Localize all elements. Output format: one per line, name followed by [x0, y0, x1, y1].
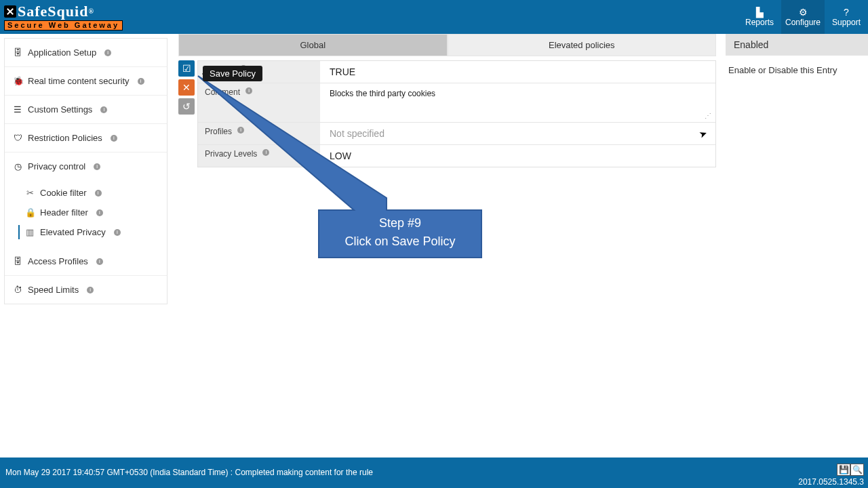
field-label-comment: Comment	[205, 87, 240, 97]
sidebar-item-access-profiles[interactable]: 🗄 Access Profiles i	[5, 247, 167, 276]
right-help-pane: Enabled Enable or Disable this Entry	[726, 34, 868, 167]
sidebar-item-label: Application Setup	[28, 47, 96, 58]
nav-configure[interactable]: ⚙ Configure	[781, 0, 825, 34]
top-nav: ▙ Reports ⚙ Configure ? Support	[738, 0, 868, 34]
footer-search-button[interactable]: 🔍	[850, 464, 864, 476]
tab-elevated-policies[interactable]: Elevated policies	[448, 34, 717, 56]
nav-reports-label: Reports	[745, 18, 774, 27]
help-icon: ?	[844, 7, 849, 18]
sidebar-item-application-setup[interactable]: 🗄 Application Setup i	[5, 39, 167, 67]
brand-tagline: Secure Web Gateway	[4, 20, 123, 30]
lock-icon: 🔒	[25, 207, 35, 218]
sidebar-item-realtime-security[interactable]: 🐞 Real time content security i	[5, 67, 167, 96]
resize-handle-icon[interactable]: ⋰	[705, 112, 710, 119]
info-icon: i	[96, 209, 103, 216]
sidebar-item-label: Real time content security	[28, 76, 130, 86]
sidebar-subitem-cookie-filter[interactable]: ✂ Cookie filter i	[5, 183, 167, 203]
help-pane-desc: Enable or Disable this Entry	[726, 56, 868, 85]
save-policy-button[interactable]: ☑	[178, 60, 195, 77]
send-icon[interactable]: ➤	[698, 127, 709, 140]
brand-name: SafeSquid	[18, 4, 88, 19]
sidebar-item-privacy-control[interactable]: ◷ Privacy control i	[5, 152, 167, 180]
undo-icon: ↺	[182, 101, 191, 112]
sidebar-item-label: Speed Limits	[28, 285, 79, 295]
nav-support-label: Support	[832, 18, 861, 27]
nav-configure-label: Configure	[785, 18, 821, 27]
sidebar-subitem-label: Header filter	[40, 207, 88, 218]
bars-icon: ▥	[25, 227, 35, 237]
footer-bar: Mon May 29 2017 19:40:57 GMT+0530 (India…	[0, 458, 868, 488]
nav-reports[interactable]: ▙ Reports	[738, 0, 781, 34]
scissors-icon: ✂	[25, 188, 35, 198]
field-row-privacy-levels: Privacy Levelsi LOW	[198, 145, 715, 167]
info-icon: i	[104, 49, 111, 56]
sidebar-item-custom-settings[interactable]: ☰ Custom Settings i	[5, 96, 167, 124]
sidebar-item-restriction-policies[interactable]: 🛡 Restriction Policies i	[5, 124, 167, 152]
close-icon: ✕	[182, 82, 191, 93]
sidebar-subitem-elevated-privacy[interactable]: ▥ Elevated Privacy i	[5, 222, 167, 242]
shield-icon: 🛡	[13, 133, 22, 143]
sidebar-item-label: Privacy control	[28, 161, 85, 171]
info-icon: i	[94, 163, 100, 170]
sidebar-item-speed-limits[interactable]: ⏱ Speed Limits i	[5, 276, 167, 304]
info-icon: i	[138, 78, 144, 85]
field-value-profiles[interactable]: Not specified ➤	[320, 123, 715, 144]
info-icon: i	[87, 287, 94, 293]
main-area: Global Elevated policies ☑ ✕ ↺	[172, 34, 868, 458]
save-disk-icon: 💾	[839, 465, 849, 474]
field-row-profiles: Profilesi Not specified ➤	[198, 123, 715, 145]
bug-icon: 🐞	[13, 76, 22, 86]
sidebar: 🗄 Application Setup i 🐞 Real time conten…	[0, 34, 172, 458]
footer-status: Mon May 29 2017 19:40:57 GMT+0530 (India…	[4, 468, 373, 477]
field-label-privacy-levels: Privacy Levels	[205, 149, 257, 159]
info-icon: i	[100, 106, 107, 113]
field-value-comment[interactable]: Blocks the third party cookies ⋰	[320, 83, 715, 122]
gears-icon: ⚙	[799, 7, 808, 18]
logo: SafeSquid® Secure Web Gateway	[4, 4, 123, 30]
info-icon: i	[237, 127, 244, 134]
field-value-privacy-levels[interactable]: LOW	[320, 145, 715, 167]
help-pane-title: Enabled	[726, 34, 868, 56]
chart-icon: ▙	[756, 7, 764, 18]
search-icon: 🔍	[852, 465, 863, 474]
info-icon: i	[95, 190, 102, 197]
info-icon: i	[114, 229, 121, 236]
briefcase-icon: 🗄	[13, 47, 22, 58]
check-icon: ☑	[182, 63, 191, 74]
info-icon: i	[245, 87, 252, 94]
field-value-enabled[interactable]: TRUE	[320, 61, 715, 83]
delete-policy-button[interactable]: ✕	[178, 79, 195, 96]
field-label-profiles: Profiles	[205, 127, 232, 136]
footer-version: 2017.0525.1345.3	[798, 477, 864, 487]
undo-policy-button[interactable]: ↺	[178, 98, 195, 115]
sidebar-item-label: Restriction Policies	[28, 133, 102, 143]
sidebar-subitem-label: Cookie filter	[40, 188, 87, 198]
field-row-enabled: Enabledi TRUE	[198, 61, 715, 83]
logo-mark-icon	[4, 5, 16, 18]
info-icon: i	[111, 135, 117, 142]
info-icon: i	[96, 258, 103, 265]
row-action-column: ☑ ✕ ↺	[178, 60, 197, 167]
save-policy-tooltip: Save Policy	[203, 66, 262, 81]
sliders-icon: ☰	[13, 104, 22, 115]
top-bar: SafeSquid® Secure Web Gateway ▙ Reports …	[0, 0, 868, 34]
sidebar-subitem-label: Elevated Privacy	[40, 227, 106, 237]
policy-fields: Enabledi TRUE Commenti Blocks the third …	[197, 60, 716, 167]
tab-global[interactable]: Global	[178, 34, 448, 56]
gauge-icon: ⏱	[13, 285, 22, 295]
field-row-comment: Commenti Blocks the third party cookies …	[198, 83, 715, 123]
sidebar-item-label: Access Profiles	[28, 256, 88, 266]
nav-support[interactable]: ? Support	[825, 0, 868, 34]
brand-reg: ®	[88, 8, 94, 15]
footer-save-button[interactable]: 💾	[837, 464, 850, 476]
sidebar-item-label: Custom Settings	[28, 104, 92, 115]
clock-icon: ◷	[13, 161, 22, 171]
sidebar-subgroup-privacy: ✂ Cookie filter i 🔒 Header filter i ▥ El…	[5, 180, 167, 247]
tabs: Global Elevated policies	[178, 34, 716, 56]
info-icon: i	[262, 149, 269, 156]
briefcase-icon: 🗄	[13, 256, 22, 266]
sidebar-subitem-header-filter[interactable]: 🔒 Header filter i	[5, 203, 167, 222]
